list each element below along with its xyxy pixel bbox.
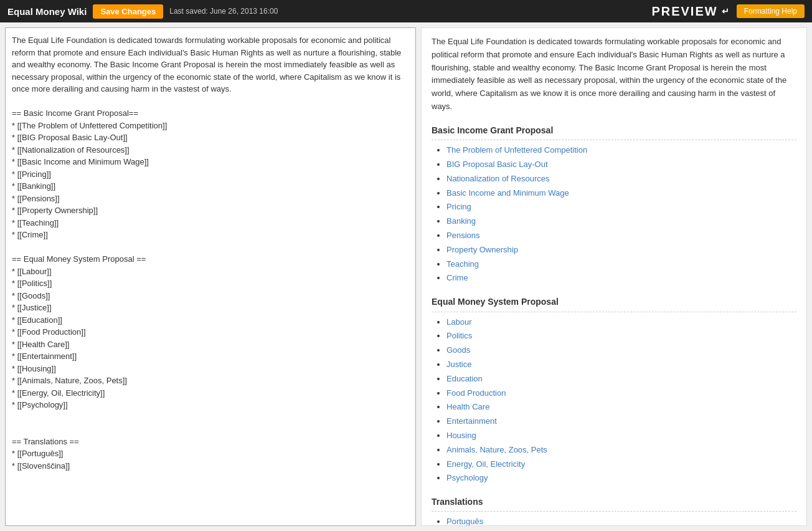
preview-link[interactable]: Energy, Oil, Electricity <box>446 459 525 469</box>
preview-link[interactable]: Property Ownership <box>446 245 518 254</box>
list-item: The Problem of Unfettered Competition <box>446 144 796 157</box>
preview-link[interactable]: Psychology <box>446 473 488 482</box>
preview-link[interactable]: Entertainment <box>446 416 497 426</box>
formatting-help-button[interactable]: Formatting Help <box>737 4 805 18</box>
preview-link[interactable]: Basic Income and Minimum Wage <box>446 188 569 198</box>
main-layout: The Equal Life Foundation is dedicated t… <box>0 22 812 531</box>
list-item: Banking <box>446 215 796 228</box>
preview-intro: The Equal Life Foundation is dedicated t… <box>432 36 796 113</box>
list-item: Labour <box>446 316 796 329</box>
preview-link[interactable]: Politics <box>446 331 472 340</box>
preview-section-list-big-proposal: The Problem of Unfettered CompetitionBIG… <box>446 144 796 285</box>
list-item: Crime <box>446 272 796 285</box>
list-item: Pricing <box>446 201 796 214</box>
preview-link[interactable]: Animals, Nature, Zoos, Pets <box>446 445 547 454</box>
list-item: Justice <box>446 358 796 371</box>
list-item: Português <box>446 515 796 526</box>
list-item: Food Production <box>446 387 796 400</box>
preview-link[interactable]: Pensions <box>446 231 479 240</box>
list-item: Nationalization of Resources <box>446 173 796 186</box>
preview-link[interactable]: Português <box>446 517 483 526</box>
list-item: Entertainment <box>446 415 796 428</box>
list-item: Education <box>446 373 796 386</box>
list-item: Politics <box>446 330 796 343</box>
preview-link[interactable]: Health Care <box>446 402 489 411</box>
preview-link[interactable]: The Problem of Unfettered Competition <box>446 145 587 155</box>
preview-icon: ↵ <box>722 6 730 16</box>
preview-link[interactable]: Justice <box>446 360 471 369</box>
preview-link[interactable]: Crime <box>446 273 468 282</box>
list-item: Energy, Oil, Electricity <box>446 458 796 471</box>
preview-section-list-equal-money: LabourPoliticsGoodsJusticeEducationFood … <box>446 316 796 486</box>
editor-textarea[interactable] <box>6 28 415 525</box>
preview-sections: Basic Income Grant ProposalThe Problem o… <box>432 123 796 526</box>
list-item: Goods <box>446 344 796 357</box>
preview-link[interactable]: Food Production <box>446 388 506 398</box>
list-item: Health Care <box>446 401 796 414</box>
preview-section-heading-equal-money: Equal Money System Proposal <box>432 295 796 312</box>
list-item: BIG Proposal Basic Lay-Out <box>446 158 796 171</box>
preview-link[interactable]: Banking <box>446 216 476 226</box>
preview-link[interactable]: Labour <box>446 317 471 327</box>
preview-link[interactable]: Pricing <box>446 202 471 211</box>
preview-section-heading-big-proposal: Basic Income Grant Proposal <box>432 123 796 140</box>
list-item: Basic Income and Minimum Wage <box>446 187 796 200</box>
list-item: Property Ownership <box>446 244 796 257</box>
list-item: Psychology <box>446 472 796 485</box>
list-item: Pensions <box>446 229 796 242</box>
preview-link[interactable]: Education <box>446 374 483 383</box>
list-item: Teaching <box>446 258 796 271</box>
preview-pane: The Equal Life Foundation is dedicated t… <box>421 27 807 526</box>
header: Equal Money Wiki Save Changes Last saved… <box>0 0 812 22</box>
save-button[interactable]: Save Changes <box>93 4 163 19</box>
site-title: Equal Money Wiki <box>7 6 87 17</box>
preview-section-heading-translations: Translations <box>432 495 796 512</box>
last-saved-text: Last saved: June 26, 2013 16:00 <box>169 7 645 16</box>
preview-link[interactable]: Goods <box>446 345 470 355</box>
preview-section-list-translations: PortuguêsSlovenščina <box>446 515 796 526</box>
list-item: Housing <box>446 429 796 442</box>
preview-link[interactable]: Teaching <box>446 259 479 269</box>
preview-link[interactable]: Nationalization of Resources <box>446 174 549 183</box>
preview-link[interactable]: BIG Proposal Basic Lay-Out <box>446 160 548 169</box>
list-item: Animals, Nature, Zoos, Pets <box>446 444 796 457</box>
editor-pane <box>5 27 416 526</box>
preview-label: PREVIEW ↵ <box>651 4 730 19</box>
preview-link[interactable]: Housing <box>446 431 476 440</box>
